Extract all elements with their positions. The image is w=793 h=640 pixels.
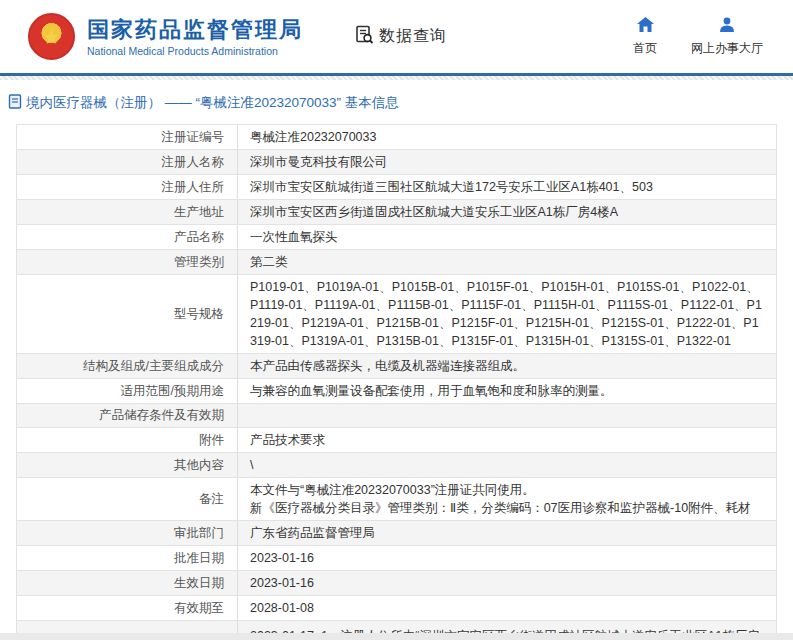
row-label: 产品名称 [17,225,238,249]
row-label: 注册人住所 [17,175,238,199]
data-query-tab[interactable]: 数据查询 [355,25,447,48]
table-row: 附件产品技术要求 [17,428,776,453]
nav-home-label: 首页 [633,40,657,57]
row-value: 深圳市曼克科技有限公司 [238,150,776,174]
row-label: 结构及组成/主要组成成分 [17,354,238,378]
row-value: 广东省药品监督管理局 [238,521,776,545]
row-value: 2028-01-08 [238,596,776,620]
breadcrumb: 境内医疗器械（注册） —— “粤械注准20232070033” 基本信息 [0,80,793,122]
row-label: 型号规格 [17,275,238,353]
table-row: 有效期至2028-01-08 [17,596,776,621]
row-label: 生产地址 [17,200,238,224]
row-label: 审批部门 [17,521,238,545]
page-icon [8,94,26,112]
row-label: 附件 [17,428,238,452]
page-footer-strip [0,633,793,640]
row-value: \ [238,453,776,477]
row-value: 粤械注准20232070033 [238,125,776,149]
table-row: 备注本文件与“粤械注准20232070033”注册证共同使用。新《医疗器械分类目… [17,478,776,521]
header-nav: 首页 网上办事大厅 [633,17,763,57]
nav-service-hall-label: 网上办事大厅 [691,40,763,57]
table-row: 管理类别第二类 [17,250,776,275]
table-row: 生产地址深圳市宝安区西乡街道固戍社区航城大道安乐工业区A1栋厂房4楼A [17,200,776,225]
row-label: 注册证编号 [17,125,238,149]
row-label: 生效日期 [17,571,238,595]
site-header: ★ 国家药品监督管理局 National Medical Products Ad… [0,0,793,73]
row-value [238,413,776,419]
row-label: 产品储存条件及有效期 [17,404,238,427]
row-label: 注册人名称 [17,150,238,174]
table-row: 适用范围/预期用途与兼容的血氧测量设备配套使用，用于血氧饱和度和脉率的测量。 [17,379,776,404]
row-label: 管理类别 [17,250,238,274]
nav-home[interactable]: 首页 [633,17,657,57]
table-row: 审批部门广东省药品监督管理局 [17,521,776,546]
page: ★ 国家药品监督管理局 National Medical Products Ad… [0,0,793,640]
home-icon [637,17,654,40]
page-title: 境内医疗器械（注册） —— “粤械注准20232070033” 基本信息 [26,94,399,112]
registration-info-table: 注册证编号粤械注准20232070033注册人名称深圳市曼克科技有限公司注册人住… [16,124,777,640]
org-name-cn: 国家药品监督管理局 [87,17,303,43]
row-value: 产品技术要求 [238,428,776,452]
national-emblem-icon: ★ [28,13,75,60]
table-row: 产品储存条件及有效期 [17,404,776,428]
row-value: 第二类 [238,250,776,274]
org-names: 国家药品监督管理局 National Medical Products Admi… [87,17,303,57]
table-row: 生效日期2023-01-16 [17,571,776,596]
table-row: 批准日期2023-01-16 [17,546,776,571]
row-label: 适用范围/预期用途 [17,379,238,403]
row-value: 2023-01-16 [238,571,776,595]
row-label: 备注 [17,478,238,520]
table-row: 其他内容\ [17,453,776,478]
table-row: 结构及组成/主要组成成分本产品由传感器探头，电缆及机器端连接器组成。 [17,354,776,379]
row-value: 一次性血氧探头 [238,225,776,249]
table-row: 注册证编号粤械注准20232070033 [17,125,776,150]
org-name-en: National Medical Products Administration [87,45,303,57]
row-label: 其他内容 [17,453,238,477]
table-row: 注册人住所深圳市宝安区航城街道三围社区航城大道172号安乐工业区A1栋401、5… [17,175,776,200]
row-value: 本产品由传感器探头，电缆及机器端连接器组成。 [238,354,776,378]
row-value: 本文件与“粤械注准20232070033”注册证共同使用。新《医疗器械分类目录》… [238,478,776,520]
row-value: P1019-01、P1019A-01、P1015B-01、P1015F-01、P… [238,275,776,353]
document-search-icon [355,25,379,48]
row-label: 批准日期 [17,546,238,570]
person-icon [719,17,735,40]
data-query-label: 数据查询 [379,26,447,47]
table-row: 型号规格P1019-01、P1019A-01、P1015B-01、P1015F-… [17,275,776,354]
table-row: 注册人名称深圳市曼克科技有限公司 [17,150,776,175]
table-row: 产品名称一次性血氧探头 [17,225,776,250]
row-value: 2023-01-16 [238,546,776,570]
row-label: 有效期至 [17,596,238,620]
nav-service-hall[interactable]: 网上办事大厅 [691,17,763,57]
row-value: 深圳市宝安区航城街道三围社区航城大道172号安乐工业区A1栋401、503 [238,175,776,199]
row-value: 深圳市宝安区西乡街道固戍社区航城大道安乐工业区A1栋厂房4楼A [238,200,776,224]
row-value: 与兼容的血氧测量设备配套使用，用于血氧饱和度和脉率的测量。 [238,379,776,403]
